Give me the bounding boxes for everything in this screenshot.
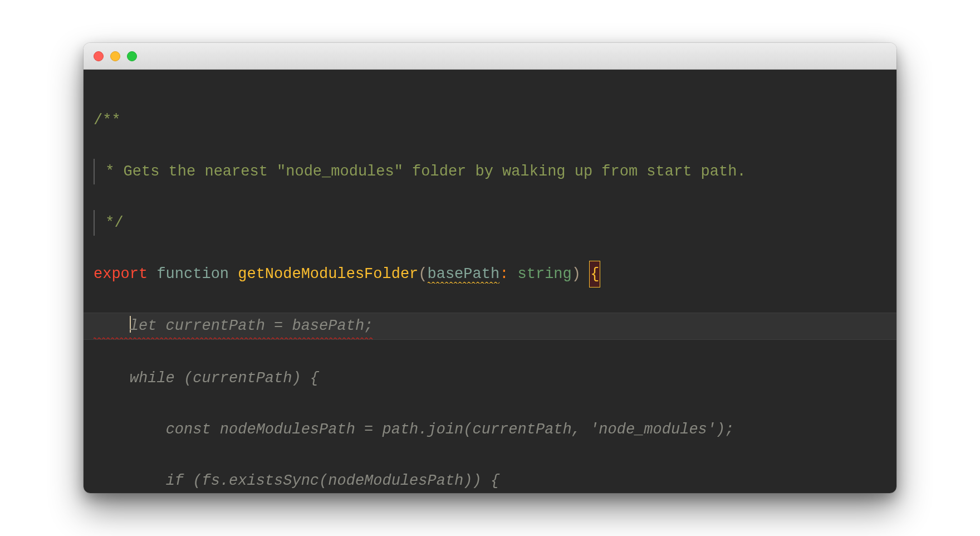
code-editor[interactable]: /** * Gets the nearest "node_modules" fo… bbox=[84, 70, 896, 493]
error-squiggle: let currentPath = basePath; bbox=[94, 313, 373, 339]
code-line: const nodeModulesPath = path.join(curren… bbox=[94, 417, 886, 442]
minimize-icon[interactable] bbox=[110, 51, 120, 61]
code-line: * Gets the nearest "node_modules" folder… bbox=[94, 159, 886, 184]
paren-close: ) bbox=[572, 266, 581, 282]
param-name: basePath bbox=[428, 266, 500, 284]
indent bbox=[94, 370, 130, 387]
titlebar[interactable] bbox=[84, 43, 896, 70]
zoom-icon[interactable] bbox=[127, 51, 137, 61]
keyword-function: function bbox=[156, 266, 229, 282]
doc-border: */ bbox=[94, 210, 124, 236]
ghost-suggestion: const nodeModulesPath = path.join(curren… bbox=[166, 421, 734, 438]
doc-border: * Gets the nearest "node_modules" folder… bbox=[94, 159, 746, 184]
ghost-suggestion: let currentPath = basePath; bbox=[130, 318, 373, 334]
indent bbox=[94, 318, 130, 334]
param-type: string bbox=[518, 266, 572, 282]
doc-comment: /** bbox=[94, 112, 121, 129]
paren-open: ( bbox=[418, 266, 427, 282]
ghost-suggestion: if (fs.existsSync(nodeModulesPath)) { bbox=[166, 472, 500, 489]
keyword-export: export bbox=[94, 266, 148, 282]
doc-comment: * Gets the nearest "node_modules" folder… bbox=[96, 163, 746, 180]
code-line: if (fs.existsSync(nodeModulesPath)) { bbox=[94, 468, 886, 493]
close-icon[interactable] bbox=[94, 51, 104, 61]
code-line: while (currentPath) { bbox=[94, 366, 886, 391]
doc-comment: */ bbox=[96, 215, 124, 231]
function-name: getNodeModulesFolder bbox=[238, 266, 418, 282]
indent bbox=[94, 472, 166, 489]
indent bbox=[94, 421, 166, 438]
editor-window: /** * Gets the nearest "node_modules" fo… bbox=[84, 43, 896, 493]
type-colon: : bbox=[499, 266, 508, 282]
ghost-suggestion: while (currentPath) { bbox=[130, 370, 319, 387]
code-line: */ bbox=[94, 210, 886, 236]
code-line-current: let currentPath = basePath; bbox=[84, 313, 896, 340]
code-line: /** bbox=[94, 108, 886, 133]
brace-open: { bbox=[590, 261, 600, 287]
code-line: export function getNodeModulesFolder(bas… bbox=[94, 261, 886, 287]
